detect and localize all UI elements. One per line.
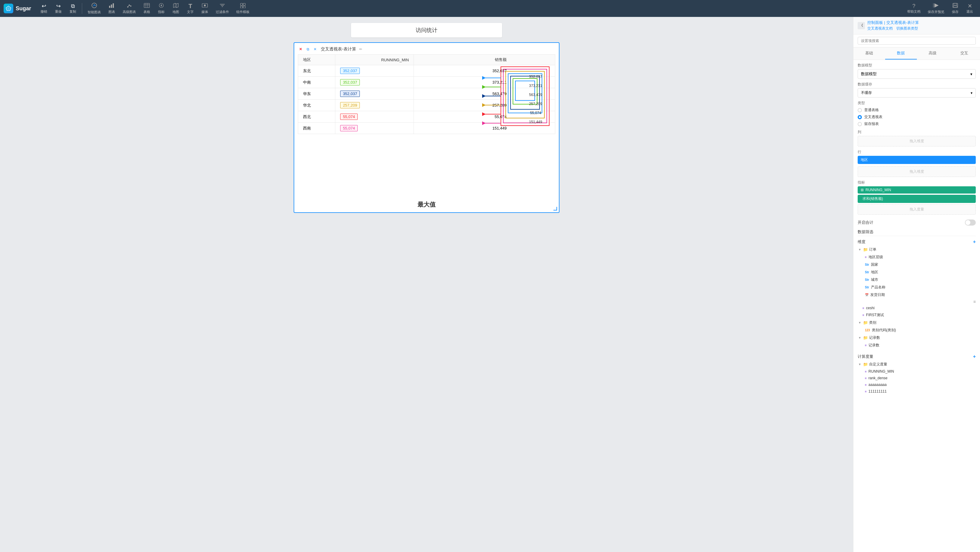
field-category-code[interactable]: 123 类别代码(类别) <box>862 327 976 334</box>
row-drag-zone[interactable]: 拖入维度 <box>858 167 976 177</box>
tab-basic[interactable]: 基础 <box>853 48 885 59</box>
calc-measures-add-button[interactable]: + <box>973 354 976 359</box>
smart-chart-button[interactable]: 智能图表 <box>84 1 104 16</box>
field-aaaaaaaaa[interactable]: ≡ aaaaaaaaa <box>862 381 976 388</box>
folder-record-count[interactable]: ▼ 📁 记录数 <box>858 334 976 341</box>
field-running-min[interactable]: ≡ RUNNING_MIN <box>862 368 976 375</box>
resize-handle[interactable] <box>554 207 557 211</box>
text-icon: T <box>189 3 192 9</box>
table-row: 华北 257,209 257,209 <box>298 100 555 111</box>
search-input[interactable] <box>858 37 976 45</box>
chart-button[interactable]: 图表 <box>105 2 118 16</box>
measure-drag-zone[interactable]: 拖入度量 <box>858 204 976 215</box>
tab-advanced[interactable]: 高级 <box>917 48 948 59</box>
exit-button[interactable]: ✕ 退出 <box>963 2 976 15</box>
folder-category[interactable]: ▼ 📁 类别 <box>858 319 976 327</box>
toggle-total[interactable] <box>965 219 976 225</box>
type-retention[interactable]: 留存报表 <box>858 121 976 127</box>
data-model-select[interactable]: 数据模型 ▾ <box>858 69 976 79</box>
switch-chart-link[interactable]: 切换图表类型 <box>896 26 918 31</box>
advanced-chart-button[interactable]: 高级图表 <box>119 2 139 16</box>
measure-label-1: RUNNING_MIN <box>865 188 891 192</box>
field-country[interactable]: Str 国家 <box>862 261 976 268</box>
type-normal-label: 普通表格 <box>864 108 879 113</box>
collapse-button[interactable]: 《 <box>858 22 865 29</box>
field-111111111[interactable]: ≡ 111111111 <box>862 388 976 395</box>
field-record-count[interactable]: ≡ 记录数 <box>862 341 976 349</box>
help-button[interactable]: ? 帮助文档 <box>904 2 924 15</box>
type-normal[interactable]: 普通表格 <box>858 108 976 113</box>
preview-button[interactable]: 保存并预览 <box>925 2 947 16</box>
record-count-children: ≡ 记录数 <box>858 341 976 349</box>
folder-arrow-custom: ▼ <box>858 363 861 366</box>
field-label-running-min: RUNNING_MIN <box>869 369 894 374</box>
type-icon-date: 📅 <box>865 293 869 297</box>
field-region-hierarchy[interactable]: ≡ 地区层级 <box>862 253 976 261</box>
sales-cell: 563,479 <box>414 88 555 100</box>
filter-label: 过滤条件 <box>216 10 229 14</box>
type-icon-record-count: ≡ <box>865 344 867 347</box>
doc-link[interactable]: 交叉透视表文档 <box>867 26 893 31</box>
table-button[interactable]: 表格 <box>140 2 153 16</box>
svg-point-17 <box>204 5 206 6</box>
map-button[interactable]: 地图 <box>169 2 183 16</box>
app-name: Sugar <box>16 5 31 12</box>
redo-button[interactable]: ↪ 重做 <box>52 2 65 15</box>
folder-icon-order: 📁 <box>863 247 868 252</box>
region-cell: 西北 <box>298 111 335 122</box>
field-first-test[interactable]: ≡ FIRST测试 <box>858 311 976 319</box>
text-button[interactable]: T 文字 <box>184 2 197 16</box>
folder-custom-measures[interactable]: ▼ 📁 自定义度量 <box>858 360 976 368</box>
cache-select[interactable]: 不缓存 ▾ <box>858 88 976 98</box>
exit-icon: ✕ <box>967 3 972 9</box>
filter-button[interactable]: 过滤条件 <box>213 2 232 16</box>
field-ship-date[interactable]: 📅 发货日期 <box>862 291 976 299</box>
region-cell: 华北 <box>298 100 335 111</box>
svg-rect-29 <box>953 6 957 7</box>
save-button[interactable]: 保存 <box>948 2 962 16</box>
table-row: 华东 352,037 563,479 <box>298 88 555 100</box>
help-label: 帮助文档 <box>907 10 921 14</box>
type-cross[interactable]: 交叉透视表 <box>858 114 976 120</box>
field-rank-dense[interactable]: ≡ rank_dense <box>862 375 976 381</box>
metric-button[interactable]: 指标 <box>155 2 168 16</box>
tab-data[interactable]: 数据 <box>885 48 917 59</box>
widget-edit-icon[interactable]: ✏ <box>359 47 362 51</box>
col-drag-zone[interactable]: 拖入维度 <box>858 136 976 146</box>
running-value: 352,037 <box>340 68 360 74</box>
category-children: 123 类别代码(类别) <box>858 327 976 334</box>
field-ceshi[interactable]: ≡ ceshi <box>858 305 976 311</box>
radio-normal <box>858 108 862 112</box>
dimensions-add-button[interactable]: + <box>973 239 976 244</box>
annotation-label: 最大值 <box>298 200 555 209</box>
undo-icon: ↩ <box>42 3 46 9</box>
measure-running-min[interactable]: ⊞ RUNNING_MIN <box>858 186 976 194</box>
toggle-total-label: 开启合计 <box>858 220 873 225</box>
dimensions-title: 维度 <box>858 239 865 244</box>
right-panel: 《 控制面板 | 交叉透视表-表计算 交叉透视表文档 切换图表类型 基础 数据 … <box>853 17 980 552</box>
row-dimension-tag[interactable]: 地区 <box>858 156 976 164</box>
map-label: 地图 <box>172 10 179 14</box>
chart-content: 地区 RUNNING_MIN 销售额 东北 352,037 352,037 <box>298 54 555 209</box>
radio-retention <box>858 122 862 126</box>
widget-close-btn[interactable]: ✕ <box>298 46 303 52</box>
widget-copy-btn[interactable]: ⧉ <box>305 46 310 52</box>
svg-rect-23 <box>240 6 243 8</box>
panel-search <box>853 35 980 48</box>
field-region[interactable]: Str 地区 <box>862 268 976 276</box>
media-button[interactable]: 媒体 <box>198 2 212 16</box>
widget-title: 交叉透视表-表计算 <box>321 46 356 52</box>
redo-label: 重做 <box>55 10 62 14</box>
region-cell: 西南 <box>298 122 335 134</box>
folder-order[interactable]: ▼ 📁 订单 <box>858 246 976 253</box>
running-value: 55,074 <box>340 125 358 132</box>
region-cell: 华东 <box>298 88 335 100</box>
widget-more-btn[interactable]: ✕ <box>312 46 318 52</box>
copy-button[interactable]: ⧉ 复制 <box>66 2 80 15</box>
undo-button[interactable]: ↩ 撤销 <box>37 2 51 15</box>
tab-interaction[interactable]: 交互 <box>948 48 980 59</box>
measure-sales[interactable]: 求和(销售额) <box>858 195 976 203</box>
widget-button[interactable]: 组件模板 <box>233 2 253 16</box>
field-product-name[interactable]: Str 产品名称 <box>862 284 976 291</box>
field-city[interactable]: Str 城市 <box>862 276 976 284</box>
